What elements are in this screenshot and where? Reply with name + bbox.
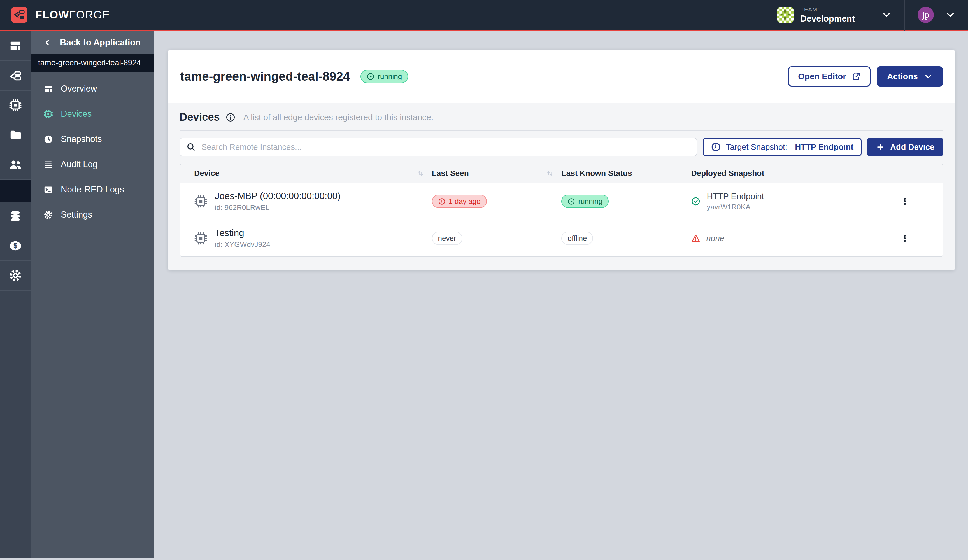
sidebar-item-snapshots[interactable]: Snapshots xyxy=(31,127,154,152)
devices-section-head: Devices A list of all edge devices regis… xyxy=(179,111,943,123)
back-to-application-button[interactable]: Back to Application xyxy=(31,31,154,54)
column-header-last-seen[interactable]: Last Seen xyxy=(432,169,562,178)
team-label: TEAM: xyxy=(800,6,855,13)
terminal-icon xyxy=(44,185,53,194)
open-editor-button[interactable]: Open Editor xyxy=(788,66,870,86)
sidebar-menu: Overview Devices Snapshots Audit Log xyxy=(31,72,154,227)
top-navbar: FLOWFORGE xyxy=(0,0,968,31)
device-info: Testing id: XYGWdvJ924 xyxy=(215,228,270,249)
brand-text: FLOWFORGE xyxy=(35,9,110,21)
rail-item-settings[interactable] xyxy=(0,261,31,291)
last-seen-badge: 1 day ago xyxy=(432,195,487,208)
instance-sidebar: Back to Application tame-green-winged-te… xyxy=(31,31,154,558)
sort-icon xyxy=(545,169,554,177)
rail-item-database[interactable] xyxy=(0,202,31,231)
sidebar-item-label: Audit Log xyxy=(61,159,98,169)
column-header-device[interactable]: Device xyxy=(180,169,432,178)
device-name: Testing xyxy=(215,228,270,238)
rail-item-instances[interactable] xyxy=(0,61,31,91)
sidebar-item-label: Snapshots xyxy=(61,134,102,144)
rail-section-divider xyxy=(0,180,31,202)
team-avatar-identicon xyxy=(777,7,794,23)
device-status-badge: running xyxy=(561,195,608,208)
instance-card: tame-green-winged-teal-8924 running Open… xyxy=(168,50,955,270)
device-id: id: XYGWdvJ924 xyxy=(215,240,270,249)
rail-item-library[interactable] xyxy=(0,120,31,150)
brand-light: FORGE xyxy=(69,9,110,21)
sidebar-item-devices[interactable]: Devices xyxy=(31,101,154,127)
actions-button[interactable]: Actions xyxy=(877,66,943,86)
column-label: Last Seen xyxy=(432,169,469,178)
chevron-down-icon xyxy=(882,10,891,20)
user-menu[interactable]: jp xyxy=(905,0,968,30)
app-layout: $ Back to Application tame-green-winged-… xyxy=(0,31,968,558)
rail-item-members[interactable] xyxy=(0,150,31,180)
target-snapshot-button[interactable]: Target Snapshot: HTTP Endpoint xyxy=(703,138,862,156)
deployed-snapshot-cell: HTTP Endpoint yavrW1R0KA xyxy=(691,192,897,211)
device-row[interactable]: Testing id: XYGWdvJ924 never offline xyxy=(180,220,943,257)
chevron-down-icon xyxy=(946,10,955,20)
open-editor-label: Open Editor xyxy=(798,72,846,81)
sidebar-item-overview[interactable]: Overview xyxy=(31,76,154,101)
add-device-label: Add Device xyxy=(890,142,934,152)
check-circle-icon xyxy=(691,197,701,206)
device-name: Joes-MBP (00:00:00:00:00:00) xyxy=(215,191,341,201)
snapshot-id: yavrW1R0KA xyxy=(707,203,764,211)
target-snapshot-label: Target Snapshot: xyxy=(726,142,787,152)
gear-icon xyxy=(44,210,53,220)
sort-icon xyxy=(416,169,424,177)
avatar: jp xyxy=(918,7,934,23)
device-status-label: offline xyxy=(567,234,587,243)
row-actions-cell xyxy=(897,194,943,209)
snapshot-text: HTTP Endpoint yavrW1R0KA xyxy=(707,192,764,211)
section-divider xyxy=(179,131,943,131)
chip-icon xyxy=(9,99,22,112)
list-lines-icon xyxy=(44,160,53,169)
chevron-left-icon xyxy=(44,39,51,46)
sidebar-item-label: Node-RED Logs xyxy=(61,184,124,195)
kebab-menu-icon[interactable] xyxy=(897,194,912,209)
folder-icon xyxy=(9,129,22,141)
target-snapshot-value: HTTP Endpoint xyxy=(795,142,854,152)
sidebar-item-label: Overview xyxy=(61,84,97,94)
sidebar-item-audit-log[interactable]: Audit Log xyxy=(31,152,154,177)
dollar-icon: $ xyxy=(9,239,22,252)
search-icon xyxy=(186,142,196,152)
sidebar-item-settings[interactable]: Settings xyxy=(31,202,154,227)
snapshot-name: none xyxy=(706,234,724,243)
add-device-button[interactable]: Add Device xyxy=(867,138,943,156)
team-selector[interactable]: TEAM: Development xyxy=(764,0,904,30)
flowforge-logo[interactable]: FLOWFORGE xyxy=(11,7,110,23)
search-box xyxy=(179,138,697,156)
external-link-icon xyxy=(852,72,861,81)
status-cell: running xyxy=(561,195,691,208)
row-actions-cell xyxy=(897,231,943,246)
sidebar-item-node-red-logs[interactable]: Node-RED Logs xyxy=(31,177,154,202)
device-status-label: running xyxy=(578,197,602,206)
rail-item-applications[interactable] xyxy=(0,31,31,61)
clock-icon xyxy=(711,142,721,152)
page-title: tame-green-winged-teal-8924 xyxy=(180,70,350,83)
database-icon xyxy=(9,210,22,223)
kebab-menu-icon[interactable] xyxy=(897,231,912,246)
snapshot-info: HTTP Endpoint yavrW1R0KA xyxy=(691,192,764,211)
instance-name: tame-green-winged-teal-8924 xyxy=(38,58,141,67)
team-meta: TEAM: Development xyxy=(800,6,855,24)
navbar-right: TEAM: Development jp xyxy=(764,0,968,30)
window-grid-icon xyxy=(9,40,22,52)
devices-toolbar: Target Snapshot: HTTP Endpoint Add Devic… xyxy=(179,138,943,156)
devices-heading: Devices xyxy=(179,111,220,123)
play-circle-icon xyxy=(567,198,575,205)
rail-item-devices[interactable] xyxy=(0,91,31,120)
search-input[interactable] xyxy=(201,142,690,152)
pipeline-icon xyxy=(9,69,22,82)
last-seen-badge: never xyxy=(432,232,462,245)
chevron-down-icon xyxy=(924,72,932,81)
exclamation-circle-icon xyxy=(438,198,446,205)
device-row[interactable]: Joes-MBP (00:00:00:00:00:00) id: 962R0LR… xyxy=(180,182,943,220)
rail-item-billing[interactable]: $ xyxy=(0,231,31,261)
column-header-deployed-snapshot: Deployed Snapshot xyxy=(691,169,897,178)
device-cell: Joes-MBP (00:00:00:00:00:00) id: 962R0LR… xyxy=(180,191,432,212)
column-label: Deployed Snapshot xyxy=(691,169,764,178)
device-status-badge: offline xyxy=(561,232,593,245)
